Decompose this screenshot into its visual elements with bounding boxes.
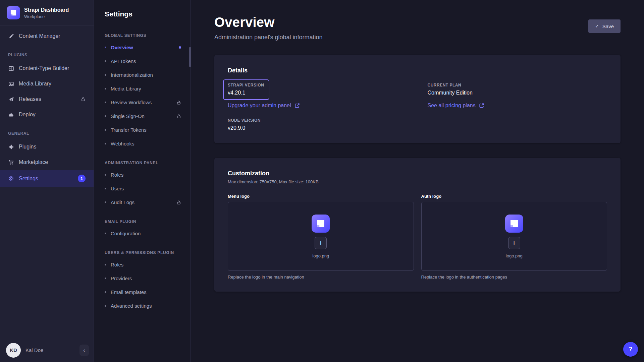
subnav-item-media-library[interactable]: Media Library — [94, 82, 191, 96]
sidebar-item-plugins[interactable]: Plugins — [0, 139, 94, 155]
bullet-icon — [105, 174, 106, 176]
subnav-item-label: Roles — [111, 172, 123, 178]
subnav-scrollbar[interactable] — [189, 47, 191, 67]
subnav-item-review-workflows[interactable]: Review Workflows — [94, 96, 191, 109]
details-card: Details STRAPI VERSION v4.20.1 Upgrade y… — [214, 55, 621, 143]
node-version-label: NODE VERSION — [228, 118, 408, 123]
lock-icon — [176, 114, 181, 119]
auth-logo-add-button[interactable]: + — [508, 237, 520, 249]
bullet-icon — [105, 233, 106, 234]
upgrade-admin-panel-link[interactable]: Upgrade your admin panel — [228, 103, 300, 109]
menu-logo-label: Menu logo — [228, 194, 414, 199]
sidebar-nav: Content ManagerPLUGINSContent-Type Build… — [0, 26, 94, 338]
nav-section-label: PLUGINS — [0, 44, 94, 61]
subnav-group-label: GLOBAL SETTINGS — [105, 33, 180, 38]
menu-logo-upload[interactable]: + logo.png — [228, 202, 414, 271]
sidebar-item-settings[interactable]: Settings1 — [0, 170, 94, 187]
bullet-icon — [105, 129, 106, 131]
cloud-icon — [8, 112, 14, 118]
puzzle-icon — [8, 144, 14, 150]
picture-icon — [8, 81, 14, 87]
page-subtitle: Administration panel's global informatio… — [214, 34, 323, 41]
bullet-icon — [105, 143, 106, 144]
pricing-link-label: See all pricing plans — [428, 103, 476, 109]
chevron-left-icon: ‹ — [83, 347, 85, 353]
sidebar-item-label: Media Library — [19, 81, 51, 87]
subnav-item-providers[interactable]: Providers — [94, 272, 191, 285]
brand-title: Strapi Dashboard — [24, 7, 69, 13]
layout-icon — [8, 65, 14, 71]
user-name: Kai Doe — [25, 347, 75, 353]
bullet-icon — [105, 291, 106, 293]
external-link-icon — [294, 103, 300, 108]
subnav-groups: GLOBAL SETTINGSOverviewAPI TokensInterna… — [94, 33, 191, 313]
sidebar-item-deploy[interactable]: Deploy — [0, 107, 94, 122]
bullet-icon — [105, 115, 106, 117]
sidebar-item-content-type-builder[interactable]: Content-Type Builder — [0, 61, 94, 76]
sidebar-item-label: Deploy — [19, 112, 36, 118]
lock-icon — [176, 200, 181, 205]
sidebar-item-label: Content Manager — [19, 33, 60, 39]
bullet-icon — [105, 188, 106, 189]
details-right-column: CURRENT PLAN Community Edition See all p… — [428, 83, 607, 131]
subnav-item-configuration[interactable]: Configuration — [94, 227, 191, 240]
customization-card: Customization Max dimension: 750×750, Ma… — [214, 158, 621, 292]
subnav-group-label: EMAIL PLUGIN — [105, 219, 180, 224]
subnav-item-audit-logs[interactable]: Audit Logs — [94, 195, 191, 209]
subnav-item-label: Media Library — [111, 86, 141, 92]
page-header: Overview Administration panel's global i… — [214, 0, 621, 41]
sidebar-item-releases[interactable]: Releases — [0, 92, 94, 107]
auth-logo-label: Auth logo — [421, 194, 607, 199]
customization-title: Customization — [228, 170, 607, 177]
subnav-item-webhooks[interactable]: Webhooks — [94, 137, 191, 150]
subnav-item-users[interactable]: Users — [94, 182, 191, 195]
bullet-icon — [105, 60, 106, 62]
subnav-item-label: Users — [111, 186, 124, 191]
cart-icon — [8, 159, 14, 165]
auth-logo-upload[interactable]: + logo.png — [421, 202, 607, 271]
workspace-brand[interactable]: Strapi Dashboard Workplace — [0, 0, 94, 26]
subnav-item-label: Overview — [111, 45, 133, 50]
pricing-plans-link[interactable]: See all pricing plans — [428, 103, 484, 109]
notification-dot — [179, 46, 181, 49]
subnav-item-roles[interactable]: Roles — [94, 168, 191, 182]
strapi-logo-icon — [312, 215, 330, 233]
subnav-item-label: API Tokens — [111, 58, 136, 64]
gear-icon — [8, 176, 14, 182]
lock-icon — [81, 97, 86, 102]
sidebar-item-marketplace[interactable]: Marketplace — [0, 155, 94, 170]
sidebar-item-content-manager[interactable]: Content Manager — [0, 28, 94, 44]
save-button[interactable]: ✓ Save — [588, 19, 621, 33]
subnav-item-advanced-settings[interactable]: Advanced settings — [94, 299, 191, 313]
node-version-value: v20.9.0 — [228, 125, 408, 131]
subnav-item-label: Email templates — [111, 289, 147, 295]
brand-subtitle: Workplace — [24, 14, 69, 19]
subnav-item-label: Review Workflows — [111, 100, 152, 105]
lock-icon — [176, 100, 181, 105]
paper-plane-icon — [8, 96, 14, 102]
plus-icon: + — [512, 239, 516, 246]
subnav-item-single-sign-on[interactable]: Single Sign-On — [94, 109, 191, 123]
subnav-item-api-tokens[interactable]: API Tokens — [94, 54, 191, 68]
subnav-title-divider — [105, 23, 113, 23]
subnav-item-transfer-tokens[interactable]: Transfer Tokens — [94, 123, 191, 137]
help-button[interactable]: ? — [623, 342, 638, 357]
sidebar-item-media-library[interactable]: Media Library — [0, 76, 94, 92]
subnav-item-label: Configuration — [111, 231, 141, 236]
menu-logo-description: Replace the logo in the main navigation — [228, 275, 414, 280]
subnav-item-label: Advanced settings — [111, 303, 152, 309]
subnav-item-roles[interactable]: Roles — [94, 258, 191, 272]
subnav-item-overview[interactable]: Overview — [94, 41, 191, 54]
subnav-item-email-templates[interactable]: Email templates — [94, 285, 191, 299]
upgrade-link-label: Upgrade your admin panel — [228, 103, 291, 109]
subnav-item-internationalization[interactable]: Internationalization — [94, 68, 191, 82]
collapse-sidebar-button[interactable]: ‹ — [79, 345, 89, 356]
sidebar-item-label: Settings — [19, 176, 38, 182]
bullet-icon — [105, 278, 106, 279]
menu-logo-filename: logo.png — [312, 253, 329, 258]
user-avatar[interactable]: KD — [6, 343, 21, 358]
question-mark-icon: ? — [629, 346, 633, 353]
strapi-version-label: STRAPI VERSION — [228, 83, 264, 87]
menu-logo-add-button[interactable]: + — [315, 237, 327, 249]
sidebar-footer: KD Kai Doe ‹ — [0, 338, 94, 362]
